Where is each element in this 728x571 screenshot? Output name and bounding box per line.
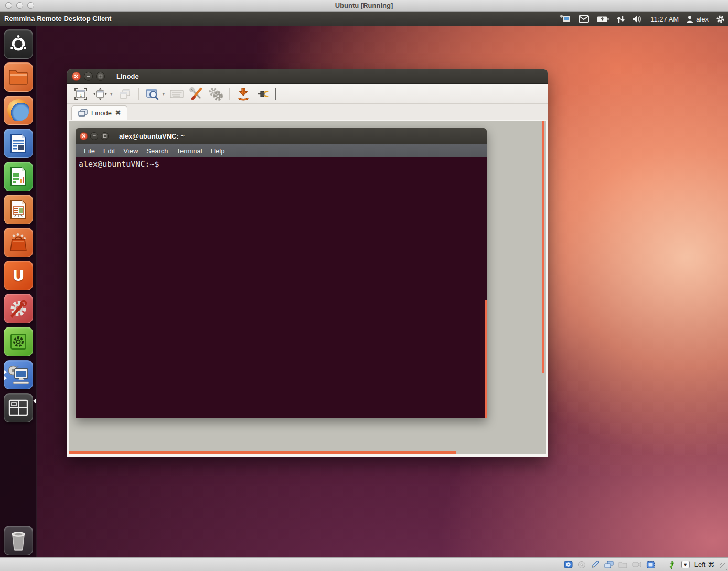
terminal-content[interactable]: alex@ubuntuVNC:~$ — [76, 157, 487, 418]
impress-document-icon — [9, 199, 27, 220]
remmina-window: Linode 1 ▾ ▾ — [67, 69, 548, 457]
mouse-integration-icon[interactable] — [667, 560, 677, 569]
tools-icon[interactable] — [189, 87, 204, 101]
svg-text:1: 1 — [80, 93, 82, 98]
window-close-button[interactable] — [72, 72, 81, 81]
disconnect-plug-icon[interactable] — [255, 87, 270, 101]
remote-desktop[interactable]: alex@ubuntuVNC: ~ File Edit View Search … — [69, 121, 546, 454]
remote-desktop-indicator-icon[interactable] — [560, 15, 571, 23]
launcher-item-trash[interactable] — [4, 526, 33, 555]
scaled-mode-dropdown-icon[interactable]: ▾ — [110, 91, 113, 97]
cd-icon[interactable] — [577, 561, 586, 569]
tab-close-icon[interactable]: ✖ — [115, 109, 121, 117]
network-indicator-icon[interactable] — [616, 15, 625, 23]
display-icon[interactable] — [646, 561, 655, 569]
launcher-item-firefox[interactable] — [4, 96, 33, 125]
launcher-item-dash[interactable] — [4, 29, 33, 59]
terminal-titlebar[interactable]: alex@ubuntuVNC: ~ — [76, 128, 487, 144]
remmina-viewport: alex@ubuntuVNC: ~ File Edit View Search … — [67, 120, 548, 457]
trash-icon — [9, 530, 28, 551]
workspace-grid-icon — [8, 399, 29, 417]
menu-search[interactable]: Search — [142, 147, 172, 155]
launcher-item-remmina[interactable] — [4, 360, 33, 389]
menu-terminal[interactable]: Terminal — [173, 147, 207, 155]
launcher-item-workspace-switcher[interactable] — [4, 393, 33, 422]
zoom-icon[interactable] — [145, 87, 160, 101]
mail-indicator-icon[interactable] — [579, 15, 589, 23]
preferences-gears-icon[interactable] — [208, 87, 223, 101]
screenshot-icon[interactable] — [236, 87, 251, 101]
clock[interactable]: 11:27 AM — [650, 15, 679, 23]
launcher-item-ubuntu-one[interactable]: U — [4, 261, 33, 290]
vnc-artifact-line — [485, 300, 487, 418]
indicator-area: 11:27 AM alex — [560, 12, 725, 26]
username: alex — [696, 15, 709, 23]
settings-gear-wrench-icon — [8, 298, 29, 319]
user-menu[interactable]: alex — [686, 15, 709, 23]
launcher-item-system-settings[interactable] — [4, 294, 33, 323]
remmina-tabbar: Linode ✖ — [67, 104, 548, 120]
host-window-title: Ubuntu [Running] — [0, 2, 728, 9]
tab-label: Linode — [91, 109, 112, 117]
ubuntu-one-icon: U — [13, 267, 25, 284]
update-manager-icon — [8, 332, 28, 352]
terminal-maximize-button[interactable] — [101, 132, 109, 140]
network-windows-icon[interactable] — [604, 561, 614, 569]
launcher-item-libreoffice-writer[interactable] — [4, 129, 33, 158]
launcher-item-software-center[interactable] — [4, 228, 33, 257]
toolbar-edge-bar — [275, 88, 276, 100]
scaled-mode-icon[interactable] — [93, 87, 108, 101]
software-center-bag-icon — [8, 232, 28, 253]
window-minimize-button[interactable] — [84, 72, 93, 81]
launcher-item-libreoffice-impress[interactable] — [4, 195, 33, 224]
resize-grip[interactable] — [720, 563, 727, 570]
launcher-item-libreoffice-calc[interactable] — [4, 162, 33, 191]
remmina-toolbar: 1 ▾ ▾ — [67, 84, 548, 104]
battery-indicator-icon[interactable] — [596, 16, 609, 23]
writer-document-icon — [9, 133, 27, 154]
window-maximize-button[interactable] — [96, 72, 105, 81]
terminal-close-button[interactable] — [80, 132, 88, 140]
sound-indicator-icon[interactable] — [633, 15, 643, 23]
hdd-icon[interactable] — [564, 560, 573, 569]
zoom-dropdown-icon[interactable]: ▾ — [163, 91, 165, 97]
running-pip — [4, 370, 7, 374]
toolbar-separator — [229, 88, 230, 100]
launcher-item-files[interactable] — [4, 62, 33, 92]
tab-linode[interactable]: Linode ✖ — [71, 105, 127, 120]
pencil-icon[interactable] — [591, 560, 599, 569]
menu-edit[interactable]: Edit — [99, 147, 119, 155]
desktop-wallpaper: U — [0, 26, 728, 557]
tab-connection-icon — [78, 109, 88, 117]
vnc-artifact-line — [542, 121, 544, 373]
terminal-menubar: File Edit View Search Terminal Help — [76, 144, 487, 157]
focused-app-arrow — [33, 398, 36, 404]
session-gear-icon[interactable] — [716, 15, 725, 24]
firefox-icon — [7, 99, 29, 121]
duplicate-connection-icon[interactable] — [117, 87, 132, 101]
launcher-item-update-manager[interactable] — [4, 327, 33, 356]
terminal-window[interactable]: alex@ubuntuVNC: ~ File Edit View Search … — [76, 128, 487, 418]
terminal-minimize-button[interactable] — [90, 132, 98, 140]
shared-folder-icon[interactable] — [618, 561, 627, 568]
screen: Ubuntu [Running] Remmina Remote Desktop … — [0, 0, 728, 571]
remmina-titlebar[interactable]: Linode — [67, 69, 548, 84]
video-camera-icon[interactable] — [632, 561, 641, 568]
active-app-title[interactable]: Remmina Remote Desktop Client — [4, 15, 111, 23]
toolbar-separator — [138, 88, 139, 100]
fullscreen-icon[interactable]: 1 — [73, 87, 88, 101]
ubuntu-menubar: Remmina Remote Desktop Client 11:27 AM a… — [0, 12, 728, 26]
menu-view[interactable]: View — [119, 147, 142, 155]
shell-prompt: alex@ubuntuVNC:~$ — [79, 160, 159, 169]
statusbar-separator — [661, 560, 661, 569]
keyboard-capture-icon[interactable]: ▼ — [681, 561, 690, 568]
menu-help[interactable]: Help — [207, 147, 229, 155]
remmina-window-title: Linode — [116, 72, 139, 80]
send-keys-icon[interactable] — [169, 87, 184, 101]
vnc-artifact-line — [69, 451, 456, 454]
menu-file[interactable]: File — [80, 147, 99, 155]
calc-document-icon — [9, 166, 27, 187]
folder-icon — [8, 68, 29, 86]
ubuntu-logo-icon — [8, 34, 28, 54]
running-pip — [4, 376, 7, 380]
